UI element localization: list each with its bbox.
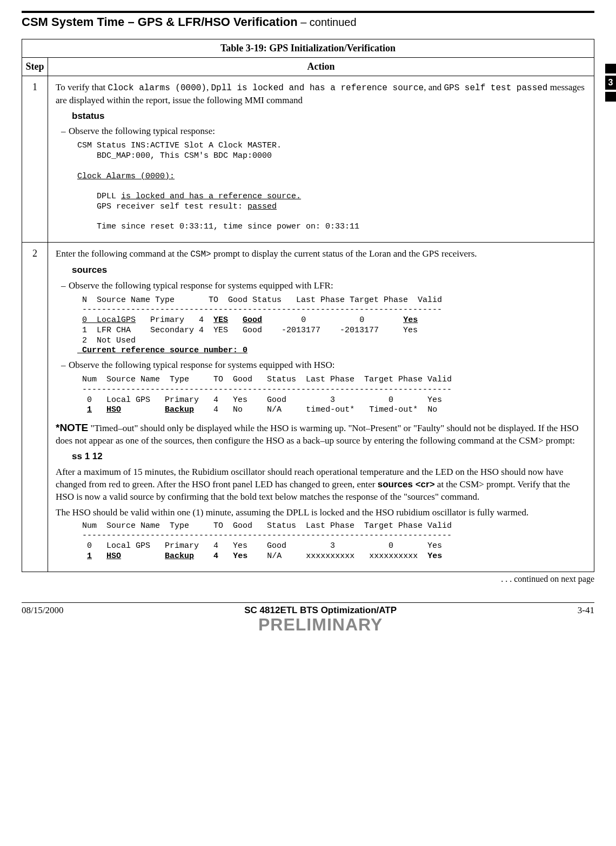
hdr-action: Action xyxy=(48,58,594,76)
footer-date: 08/15/2000 xyxy=(22,605,63,616)
note-paragraph: *NOTE "Timed–out" should only be display… xyxy=(56,421,586,447)
line: 2 Not Used xyxy=(77,336,136,345)
seg: 1 xyxy=(87,405,92,414)
seg: 4 xyxy=(213,552,218,561)
note-lead: *NOTE xyxy=(56,422,88,433)
seg: Yes xyxy=(233,552,247,561)
line: 1 LFR CHA Secondary 4 YES Good -2013177 … xyxy=(77,326,418,335)
sources-cmd: sources xyxy=(72,264,586,277)
table-caption-text: GPS Initialization/Verification xyxy=(267,43,396,53)
text: , and xyxy=(424,82,444,92)
step1-output: CSM Status INS:ACTIVE Slot A Clock MASTE… xyxy=(77,141,586,232)
page-title: CSM System Time – GPS & LFR/HSO Verifica… xyxy=(22,15,594,29)
line: is locked and has a reference source. xyxy=(121,192,301,201)
seg: 0 0 xyxy=(262,315,403,325)
line: N Source Name Type TO Good Status Last P… xyxy=(77,296,442,305)
text: To verify that xyxy=(56,82,108,92)
step2-bullet-hso: –Observe the following typical response … xyxy=(61,359,586,372)
main-table: Table 3-19: GPS Initialization/Verificat… xyxy=(22,39,594,572)
seg xyxy=(228,315,243,325)
step2-intro: Enter the following command at the CSM> … xyxy=(56,248,586,261)
seg: Good xyxy=(243,315,262,325)
dash: – xyxy=(61,125,69,138)
bstatus-cmd: bstatus xyxy=(72,110,586,123)
hso2-output: Num Source Name Type TO Good Status Last… xyxy=(77,521,586,562)
seg: Yes xyxy=(403,315,418,325)
footer-center: SC 4812ETL BTS Optimization/ATP PRELIMIN… xyxy=(63,605,577,635)
seg: HSO xyxy=(106,552,121,561)
table-row: 2 Enter the following command at the CSM… xyxy=(22,243,594,572)
footer-page: 3-41 xyxy=(578,605,594,616)
line: Num Source Name Type TO Good Status Last… xyxy=(77,375,452,384)
seg: Backup xyxy=(165,552,194,561)
seg: Yes xyxy=(427,552,442,561)
top-rule xyxy=(22,11,594,13)
seg xyxy=(92,405,106,414)
lfr-output: N Source Name Type TO Good Status Last P… xyxy=(77,296,586,357)
footer: 08/15/2000 SC 4812ETL BTS Optimization/A… xyxy=(22,602,594,635)
line: 0 Local GPS Primary 4 Yes Good 3 0 Yes xyxy=(77,541,442,550)
line: passed xyxy=(247,202,277,211)
step-1-action: To verify that Clock alarms (0000), Dpll… xyxy=(48,76,594,243)
code: Dpll is locked and has a reference sourc… xyxy=(211,83,424,93)
side-tab-bottom-block xyxy=(605,92,616,102)
note-body: "Timed–out" should only be displayed whi… xyxy=(56,423,579,446)
seg xyxy=(77,315,82,325)
line: GPS receiver self test result: xyxy=(77,202,247,211)
bold-cmd: sources <cr> xyxy=(378,479,435,489)
code: CSM> xyxy=(190,250,211,259)
dash: – xyxy=(61,280,69,292)
seg xyxy=(121,552,165,561)
side-tab-top-block xyxy=(605,64,616,73)
after-para-2: The HSO should be valid within one (1) m… xyxy=(56,507,586,519)
step-2-num: 2 xyxy=(22,243,48,572)
line: CSM Status INS:ACTIVE Slot A Clock MASTE… xyxy=(77,141,282,150)
line: Num Source Name Type TO Good Status Last… xyxy=(77,521,452,531)
line: 0 Local GPS Primary 4 Yes Good 3 0 Yes xyxy=(77,395,442,405)
footer-doc-title: SC 4812ETL BTS Optimization/ATP xyxy=(63,605,577,616)
seg: Primary 4 xyxy=(136,315,213,325)
seg: HSO xyxy=(106,405,121,414)
hdr-step: Step xyxy=(22,58,48,76)
table-caption-label: Table 3-19: xyxy=(220,43,267,53)
code: Clock alarms (0000) xyxy=(108,83,206,93)
line: ----------------------------------------… xyxy=(77,385,452,394)
line: Current reference source number: 0 xyxy=(77,346,247,355)
line: Clock Alarms (0000): xyxy=(77,172,175,181)
side-tab: 3 xyxy=(605,64,616,104)
line: ----------------------------------------… xyxy=(77,531,452,540)
step-1-num: 1 xyxy=(22,76,48,243)
table-row: 1 To verify that Clock alarms (0000), Dp… xyxy=(22,76,594,243)
continued-note: . . . continued on next page xyxy=(22,574,594,584)
step-2-action: Enter the following command at the CSM> … xyxy=(48,243,594,572)
bullet-text: Observe the following typical response: xyxy=(69,126,215,136)
seg xyxy=(218,552,233,561)
seg xyxy=(121,405,165,414)
seg xyxy=(77,405,87,414)
seg: YES xyxy=(213,315,228,325)
seg: 0 LocalGPS xyxy=(82,315,136,325)
step2-bullet-lfr: –Observe the following typical response … xyxy=(61,280,586,292)
seg xyxy=(92,552,106,561)
seg: N/A xxxxxxxxxx xxxxxxxxxx xyxy=(247,552,427,561)
title-cont: – continued xyxy=(298,16,357,28)
line: DPLL xyxy=(77,192,121,201)
line: BDC_MAP:000, This CSM's BDC Map:0000 xyxy=(77,151,272,160)
seg: 4 No N/A timed-out* Timed-out* No xyxy=(194,405,437,414)
bullet-text: Observe the following typical response f… xyxy=(69,360,334,370)
ss-cmd: ss 1 12 xyxy=(72,451,586,463)
seg xyxy=(77,552,87,561)
seg: 1 xyxy=(87,552,92,561)
text: Enter the following command at the xyxy=(56,249,190,259)
after-para-1: After a maximum of 15 minutes, the Rubid… xyxy=(56,466,586,503)
seg xyxy=(194,552,213,561)
dash: – xyxy=(61,359,69,372)
table-caption: Table 3-19: GPS Initialization/Verificat… xyxy=(22,39,594,58)
text: prompt to display the current status of … xyxy=(211,249,477,259)
title-main: CSM System Time – GPS & LFR/HSO Verifica… xyxy=(22,15,298,29)
footer-preliminary: PRELIMINARY xyxy=(63,615,577,635)
seg: Backup xyxy=(165,405,194,414)
line: ----------------------------------------… xyxy=(77,305,442,314)
step1-bullet: –Observe the following typical response: xyxy=(61,125,586,138)
hso-output: Num Source Name Type TO Good Status Last… xyxy=(77,375,586,415)
